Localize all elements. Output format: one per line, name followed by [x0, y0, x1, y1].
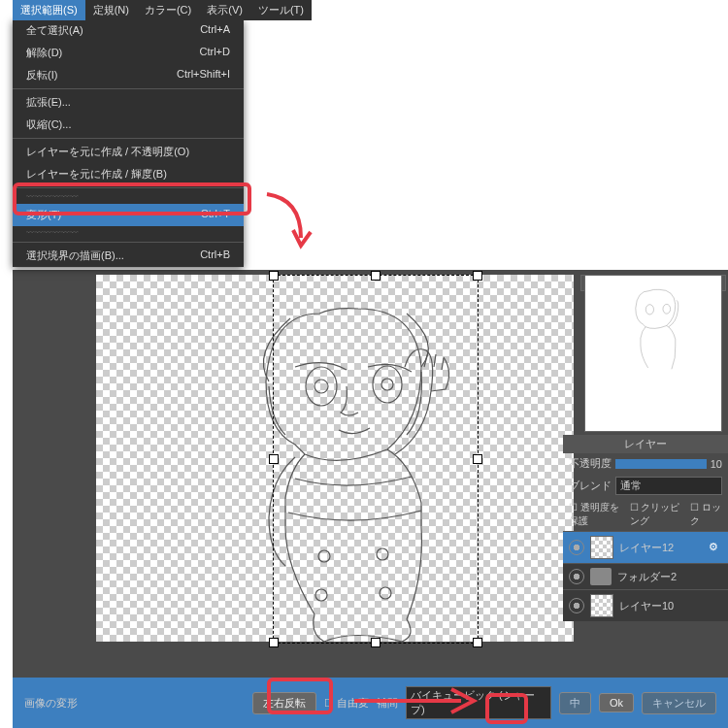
menu-item[interactable]: 解除(D)Ctrl+D [13, 42, 244, 64]
transform-bounding-box[interactable] [273, 275, 479, 644]
editor-window: − + ⤢ ◻ ↻ ⇋ ⇵ ○ [13, 270, 728, 728]
ck-lock[interactable]: ☐ ロック [690, 501, 722, 528]
menu-item[interactable]: 収縮(C)... [13, 114, 244, 136]
menu-item[interactable]: レイヤーを元に作成 / 不透明度(O) [13, 141, 244, 163]
annotation-arrow-2 [349, 681, 485, 720]
menu-view[interactable]: 表示(V) [199, 0, 250, 20]
navigator-artwork [592, 281, 714, 375]
layer-list: レイヤー12⚙フォルダー2レイヤー10 [563, 531, 728, 621]
blend-select[interactable]: 通常 [615, 477, 722, 495]
flip-horizontal-button[interactable]: 左右反転 [252, 692, 316, 714]
layer-name: レイヤー10 [619, 599, 674, 613]
annotation-arrow-1 [262, 189, 320, 257]
menu-item[interactable]: 拡張(E)... [13, 91, 244, 114]
opacity-value: 10 [711, 458, 722, 470]
menu-item[interactable]: 選択境界の描画(B)...Ctrl+B [13, 245, 244, 267]
layer-row[interactable]: フォルダー2 [563, 563, 728, 589]
layer-name: レイヤー12 [619, 541, 674, 555]
menu-color[interactable]: カラー(C) [137, 0, 199, 20]
layer-thumb [590, 536, 613, 559]
layer-panel: レイヤー 不透明度 10 ブレンド 通常 ☐ 透明度を保護 ☐ クリッピング ☐… [563, 435, 728, 621]
layer-row[interactable]: レイヤー12⚙ [563, 531, 728, 563]
folder-icon [590, 568, 612, 585]
selection-menu-dropdown: 全て選択(A)Ctrl+A解除(D)Ctrl+D反転(I)Ctrl+Shift+… [13, 19, 244, 267]
menu-item[interactable]: 反転(I)Ctrl+Shift+I [13, 64, 244, 86]
menu-ruler[interactable]: 定規(N) [85, 0, 137, 20]
visibility-icon[interactable] [569, 598, 584, 613]
visibility-icon[interactable] [569, 540, 584, 555]
opacity-label: 不透明度 [569, 456, 612, 471]
svg-point-8 [645, 305, 653, 314]
svg-point-9 [663, 304, 671, 314]
menu-tool[interactable]: ツール(T) [250, 0, 312, 20]
navigator-preview[interactable] [584, 275, 722, 432]
opacity-slider[interactable] [615, 459, 707, 469]
menu-item[interactable]: レイヤーを元に作成 / 輝度(B) [13, 163, 244, 185]
ck-clipping[interactable]: ☐ クリッピング [630, 501, 685, 528]
gear-icon[interactable]: ⚙ [709, 541, 722, 554]
layer-thumb [590, 594, 613, 617]
transform-title: 画像の変形 [24, 696, 78, 711]
ok-button[interactable]: Ok [599, 693, 634, 712]
menu-item[interactable]: 変形(T)Ctrl+T [13, 204, 244, 226]
ck-alpha-lock[interactable]: ☐ 透明度を保護 [569, 501, 624, 528]
apply-button[interactable]: 中 [559, 692, 591, 714]
visibility-icon[interactable] [569, 569, 584, 584]
cancel-button[interactable]: キャンセル [642, 692, 716, 714]
menu-item[interactable]: 全て選択(A)Ctrl+A [13, 19, 244, 42]
menu-selection[interactable]: 選択範囲(S) [13, 0, 85, 20]
menubar: 選択範囲(S) 定規(N) カラー(C) 表示(V) ツール(T) [13, 0, 312, 20]
layer-row[interactable]: レイヤー10 [563, 589, 728, 621]
layer-panel-title: レイヤー [563, 435, 728, 453]
blend-label: ブレンド [569, 479, 612, 493]
layer-name: フォルダー2 [617, 570, 677, 584]
